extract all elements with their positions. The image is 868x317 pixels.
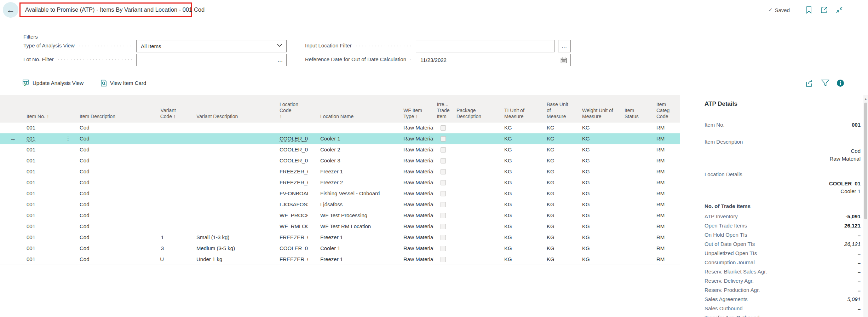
- cell-item-no[interactable]: 001: [19, 188, 73, 199]
- table-row[interactable]: 001CodCOOLER_03Cooler 3Raw MaterialKGKGK…: [0, 155, 680, 166]
- cell-ti-uom[interactable]: KG: [499, 188, 541, 199]
- lot-no-filter-lookup-button[interactable]: …: [274, 54, 287, 66]
- cell-variant-code[interactable]: [149, 199, 179, 210]
- cell-location-code[interactable]: WF_PROCESS: [265, 210, 308, 221]
- cell-trade-item[interactable]: [433, 232, 453, 243]
- cell-weight-uom[interactable]: KG: [577, 221, 619, 232]
- column-header-item-description[interactable]: Item Description: [73, 114, 149, 122]
- cell-base-uom[interactable]: KG: [541, 199, 577, 210]
- column-header-variant-description[interactable]: Variant Description: [179, 114, 265, 122]
- cell-location-code[interactable]: COOLER_01: [265, 243, 308, 254]
- cell-item-status[interactable]: [619, 122, 651, 133]
- cell-item-category-code[interactable]: RM: [651, 155, 680, 166]
- cell-variant-code[interactable]: [149, 155, 179, 166]
- cell-location-name[interactable]: Freezer 2: [308, 177, 396, 188]
- cell-variant-description[interactable]: [179, 155, 265, 166]
- row-selector-cell[interactable]: [0, 232, 19, 243]
- cell-ti-uom[interactable]: KG: [499, 155, 541, 166]
- cell-variant-code[interactable]: [149, 188, 179, 199]
- cell-ti-uom[interactable]: KG: [499, 144, 541, 155]
- cell-item-no[interactable]: 001: [19, 243, 73, 254]
- cell-location-code[interactable]: [265, 122, 308, 133]
- cell-wf-item-type[interactable]: Raw Material: [396, 166, 433, 177]
- cell-base-uom[interactable]: KG: [541, 144, 577, 155]
- table-row[interactable]: 001Cod1Small (1-3 kg)FREEZER_01Freezer 1…: [0, 232, 680, 243]
- cell-location-name[interactable]: Cooler 2: [308, 144, 396, 155]
- column-header-variant-code[interactable]: Variant Code ↑: [149, 108, 179, 122]
- trade-item-checkbox[interactable]: [441, 169, 446, 174]
- cell-variant-description[interactable]: [179, 177, 265, 188]
- cell-trade-item[interactable]: [433, 166, 453, 177]
- cell-item-category-code[interactable]: RM: [651, 210, 680, 221]
- cell-item-no[interactable]: 001: [19, 232, 73, 243]
- cell-item-category-code[interactable]: RM: [651, 199, 680, 210]
- cell-variant-description[interactable]: Under 1 kg: [179, 254, 265, 265]
- column-header-location-code[interactable]: Location Code ↑: [265, 102, 308, 122]
- cell-item-description[interactable]: Cod: [73, 122, 149, 133]
- row-selector-cell[interactable]: [0, 199, 19, 210]
- row-selector-cell[interactable]: →: [0, 133, 19, 144]
- cell-weight-uom[interactable]: KG: [577, 232, 619, 243]
- row-selector-cell[interactable]: [0, 166, 19, 177]
- cell-item-category-code[interactable]: RM: [651, 221, 680, 232]
- trade-item-checkbox[interactable]: [441, 224, 446, 229]
- cell-package-description[interactable]: [453, 188, 499, 199]
- input-location-filter-input[interactable]: [416, 40, 554, 52]
- cell-item-status[interactable]: [619, 188, 651, 199]
- cell-item-no[interactable]: 001: [19, 254, 73, 265]
- cell-item-category-code[interactable]: RM: [651, 166, 680, 177]
- cell-variant-code[interactable]: [149, 133, 179, 144]
- cell-item-status[interactable]: [619, 254, 651, 265]
- cell-wf-item-type[interactable]: Raw Material: [396, 221, 433, 232]
- cell-variant-description[interactable]: Small (1-3 kg): [179, 232, 265, 243]
- cell-item-category-code[interactable]: RM: [651, 232, 680, 243]
- bookmark-icon[interactable]: [805, 6, 813, 14]
- trade-items-row-value[interactable]: –: [858, 269, 861, 275]
- table-row[interactable]: 001CodCOOLER_02Cooler 2Raw MaterialKGKGK…: [0, 144, 680, 155]
- cell-item-category-code[interactable]: RM: [651, 122, 680, 133]
- row-selector-cell[interactable]: [0, 188, 19, 199]
- cell-weight-uom[interactable]: KG: [577, 155, 619, 166]
- trade-items-row-value[interactable]: –: [858, 306, 861, 312]
- cell-item-description[interactable]: Cod: [73, 133, 149, 144]
- cell-trade-item[interactable]: [433, 122, 453, 133]
- cell-base-uom[interactable]: KG: [541, 221, 577, 232]
- cell-item-no[interactable]: 001: [19, 166, 73, 177]
- trade-item-checkbox[interactable]: [441, 158, 446, 163]
- column-header-weight-uom[interactable]: Weight Unit of Measure: [577, 108, 619, 122]
- calendar-icon[interactable]: [561, 57, 567, 64]
- cell-item-status[interactable]: [619, 210, 651, 221]
- cell-item-no[interactable]: 001: [19, 221, 73, 232]
- cell-item-category-code[interactable]: RM: [651, 188, 680, 199]
- cell-trade-item[interactable]: [433, 254, 453, 265]
- cell-location-code[interactable]: LJOSAFOSS: [265, 199, 308, 210]
- scrollbar-up-arrow[interactable]: ▲: [863, 96, 868, 101]
- cell-variant-description[interactable]: [179, 221, 265, 232]
- cell-location-code[interactable]: FV-ONBOARD: [265, 188, 308, 199]
- cell-item-status[interactable]: [619, 166, 651, 177]
- cell-item-status[interactable]: [619, 177, 651, 188]
- cell-package-description[interactable]: [453, 133, 499, 144]
- cell-item-description[interactable]: Cod: [73, 144, 149, 155]
- cell-variant-code[interactable]: 3: [149, 243, 179, 254]
- cell-item-no[interactable]: 001: [19, 210, 73, 221]
- row-context-menu-icon[interactable]: ⋮: [65, 133, 71, 144]
- lot-no-filter-input[interactable]: [136, 54, 271, 66]
- cell-location-name[interactable]: [308, 122, 396, 133]
- cell-location-name[interactable]: Cooler 3: [308, 155, 396, 166]
- cell-item-category-code[interactable]: RM: [651, 254, 680, 265]
- cell-trade-item[interactable]: [433, 243, 453, 254]
- cell-wf-item-type[interactable]: Raw Material: [396, 232, 433, 243]
- cell-base-uom[interactable]: KG: [541, 122, 577, 133]
- cell-item-status[interactable]: [619, 144, 651, 155]
- trade-items-row-value[interactable]: 5,091: [847, 296, 861, 302]
- column-header-wf-item-type[interactable]: WF Item Type ↑: [396, 108, 433, 122]
- row-selector-cell[interactable]: [0, 155, 19, 166]
- cell-wf-item-type[interactable]: Raw Material: [396, 243, 433, 254]
- cell-package-description[interactable]: [453, 122, 499, 133]
- trade-item-checkbox[interactable]: [441, 246, 446, 251]
- share-icon[interactable]: [806, 79, 814, 87]
- cell-wf-item-type[interactable]: Raw Material: [396, 122, 433, 133]
- column-header-base-uom[interactable]: Base Unit of Measure: [541, 102, 577, 122]
- cell-variant-code[interactable]: U: [149, 254, 179, 265]
